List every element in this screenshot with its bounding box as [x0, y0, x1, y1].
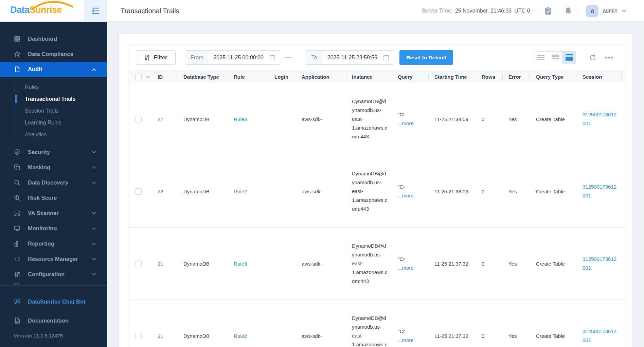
submenu-item-label: Transactional Trails: [25, 96, 75, 102]
table-row: 21 DynamoDB Rule3 aws-sdk- DynamoDB@d yn…: [128, 228, 626, 300]
sidebar-item-data-compliance[interactable]: Data Compliance: [0, 46, 107, 62]
session-link[interactable]: 312500173612 001: [583, 110, 616, 128]
sidebar-item-resource-manager[interactable]: Resource Manager: [0, 251, 107, 267]
select-all-checkbox[interactable]: [135, 74, 142, 80]
sidebar-item-data-discovery[interactable]: Data Discovery: [0, 175, 107, 190]
column-header-error[interactable]: Error: [508, 71, 530, 83]
dashboard-icon: [14, 35, 21, 43]
column-separator: [428, 74, 429, 80]
row-checkbox[interactable]: [135, 261, 142, 267]
sidebar-item-documentation[interactable]: DOC Documentation: [0, 311, 107, 330]
chevron-down-icon: [622, 9, 626, 13]
sidebar-nav: Dashboard Data Compliance Audit: [0, 22, 107, 285]
id-link[interactable]: 21: [158, 261, 163, 267]
rule-link[interactable]: Rule3: [234, 261, 247, 267]
datasunrise-logo[interactable]: DataSunrise: [10, 5, 62, 15]
server-timezone: UTC 0: [514, 8, 530, 14]
calendar-icon[interactable]: [382, 51, 394, 64]
query-more-link[interactable]: ...more: [398, 336, 414, 345]
svg-text:DOC: DOC: [16, 321, 20, 323]
column-header-query[interactable]: Query: [398, 71, 429, 83]
sidebar-item-audit[interactable]: Audit: [0, 62, 107, 77]
session-link[interactable]: 312500173612 001: [583, 182, 616, 200]
sidebar-item-chatbot[interactable]: DataSunrise Chat Bot: [0, 292, 107, 311]
row-checkbox[interactable]: [135, 188, 142, 195]
chevron-up-icon: [92, 68, 96, 71]
refresh-button[interactable]: [589, 54, 596, 61]
more-actions-button[interactable]: [605, 56, 613, 59]
reset-to-default-button[interactable]: Reset to Default: [399, 50, 453, 65]
rows-cell: 0: [482, 300, 503, 347]
density-loose-button[interactable]: [534, 52, 548, 64]
column-header-id[interactable]: ID: [158, 71, 178, 83]
rule-link[interactable]: Rule2: [234, 333, 247, 339]
column-header-rule[interactable]: Rule: [234, 71, 268, 83]
table-row: 22 DynamoDB Rule2 aws-sdk- DynamoDB@d yn…: [128, 155, 626, 228]
menu-fold-icon: [90, 6, 101, 15]
toolbar-right: [534, 51, 619, 64]
sidebar-item-learning-rules[interactable]: Learning Rules: [0, 117, 107, 129]
column-header-session[interactable]: Session: [583, 71, 619, 83]
query-more-link[interactable]: ...more: [398, 119, 414, 128]
sidebar-item-configuration[interactable]: Configuration: [0, 267, 107, 282]
query-snippet: "Cr: [398, 182, 414, 191]
session-link[interactable]: 312500173612 001: [583, 255, 616, 272]
id-link[interactable]: 22: [158, 116, 163, 122]
sidebar-item-session-trails[interactable]: Session Trails: [0, 105, 107, 117]
column-header-instance[interactable]: Instance: [352, 71, 393, 83]
column-separator: [530, 74, 530, 80]
query-type-cell: Create Table: [536, 228, 577, 300]
query-more-link[interactable]: ...more: [398, 191, 414, 200]
column-header-starting-time[interactable]: Starting Time: [434, 71, 477, 83]
refresh-icon: [589, 54, 596, 61]
version-label: Version 11.2.5.12475: [0, 333, 107, 339]
instance-cell: DynamoDB@d ynamodb.us- east- 1.amazonaws…: [352, 228, 393, 300]
date-to-input[interactable]: 2025-11-25 23:59:59: [323, 51, 382, 64]
session-link[interactable]: 312500173612 001: [583, 327, 616, 345]
filter-sliders-icon: [144, 54, 150, 61]
application-cell: aws-sdk-: [302, 155, 346, 227]
column-header-query-type[interactable]: Query Type: [536, 71, 577, 83]
sidebar-item-masking[interactable]: Masking: [0, 160, 107, 175]
column-header-application[interactable]: Application: [302, 71, 346, 83]
audit-submenu: Rules Transactional Trails Session Trail…: [0, 77, 107, 144]
column-header-login[interactable]: Login: [274, 71, 296, 83]
date-from-input[interactable]: 2025-11-25 00:00:00: [209, 51, 268, 64]
sidebar-item-reporting[interactable]: Reporting: [0, 236, 107, 251]
calendar-icon[interactable]: [268, 51, 280, 64]
database-type-cell: DynamoDB: [183, 228, 228, 300]
row-checkbox[interactable]: [135, 116, 142, 122]
rule-link[interactable]: Rule3: [234, 116, 247, 122]
column-header-database-type[interactable]: Database Type: [183, 71, 228, 83]
sidebar-item-monitoring[interactable]: Monitoring: [0, 221, 107, 236]
sidebar-item-transactional-trails[interactable]: Transactional Trails: [0, 93, 107, 105]
density-dense-button[interactable]: [562, 52, 576, 64]
notifications-button[interactable]: [558, 0, 578, 22]
sidebar-item-risk-score[interactable]: Risk Score: [0, 190, 107, 206]
sidebar-collapse-button[interactable]: [84, 0, 107, 22]
row-checkbox[interactable]: [135, 333, 142, 339]
filter-button[interactable]: Filter: [136, 50, 176, 65]
sidebar-item-analytics[interactable]: Analytics: [0, 129, 107, 140]
density-medium-button[interactable]: [548, 52, 562, 64]
documentation-icon: DOC: [14, 317, 21, 324]
ellipsis-icon: [605, 56, 613, 59]
rows-cell: 0: [482, 228, 503, 300]
content-card: Filter From 2025-11-25 00:00:00: [119, 34, 632, 347]
sidebar-item-va-scanner[interactable]: VA Scanner: [0, 206, 107, 221]
id-link[interactable]: 22: [158, 189, 163, 194]
sidebar-item-label: Dashboard: [28, 36, 57, 42]
query-more-link[interactable]: ...more: [398, 264, 414, 272]
tasks-button[interactable]: [538, 0, 558, 22]
chevron-down-icon: [92, 257, 96, 261]
sidebar-item-security[interactable]: Security: [0, 144, 107, 160]
sidebar-item-dashboard[interactable]: Dashboard: [0, 31, 107, 46]
column-separator: [177, 74, 177, 80]
id-link[interactable]: 21: [158, 333, 163, 339]
selection-menu-chevron-icon[interactable]: [145, 75, 150, 79]
column-header-rows[interactable]: Rows: [482, 71, 503, 83]
user-menu[interactable]: a admin: [586, 5, 626, 17]
rule-link[interactable]: Rule2: [234, 189, 247, 194]
database-type-cell: DynamoDB: [183, 155, 228, 227]
sidebar-item-rules[interactable]: Rules: [0, 81, 107, 93]
